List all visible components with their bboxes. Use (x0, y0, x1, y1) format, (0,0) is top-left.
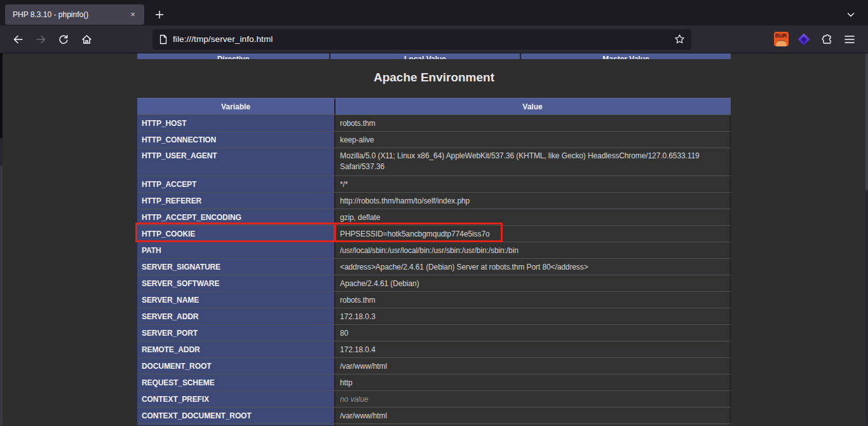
variable-cell: SERVER_NAME (137, 292, 336, 308)
tab-bar: PHP 8.3.10 - phpinfo() × (0, 0, 868, 25)
foxyproxy-extension-button[interactable] (792, 29, 815, 50)
table-row-highlighted: HTTP_COOKIEPHPSESSID=hotk5ancbgmqudtp774… (137, 225, 731, 242)
table-row: HTTP_ACCEPT*/* (137, 175, 731, 192)
variable-cell: HTTP_COOKIE (137, 226, 336, 242)
back-button[interactable] (8, 29, 28, 50)
extensions-button[interactable] (815, 29, 838, 50)
value-cell: <address>Apache/2.4.61 (Debian) Server a… (336, 259, 729, 275)
hamburger-menu-icon (844, 35, 855, 44)
plus-icon (155, 10, 164, 19)
partial-value-cell (336, 424, 729, 425)
variable-cell: PATH (137, 242, 336, 258)
variable-cell: HTTP_ACCEPT_ENCODING (137, 209, 336, 225)
burp-icon: BUR (774, 32, 789, 46)
puzzle-piece-icon (821, 33, 833, 45)
burp-icon-label: BUR (775, 32, 787, 46)
value-cell: /usr/local/sbin:/usr/local/bin:/usr/sbin… (336, 242, 729, 258)
partial-header-cell: Local Value (330, 53, 520, 59)
menu-button[interactable] (838, 29, 861, 50)
table-row: SERVER_SOFTWAREApache/2.4.61 (Debian) (137, 275, 731, 291)
value-cell: /var/www/html (336, 358, 729, 374)
bookmark-star-icon[interactable] (674, 34, 685, 45)
url-text[interactable]: file:///tmp/server_info.html (173, 34, 674, 44)
value-cell: Apache/2.4.61 (Debian) (336, 275, 729, 291)
partial-variable-cell (137, 424, 336, 425)
partial-core-table-header: DirectiveLocal ValueMaster Value (137, 53, 731, 59)
value-cell: /var/www/html (336, 408, 729, 423)
section-title: Apache Environment (137, 69, 731, 86)
value-cell: 172.18.0.4 (336, 341, 729, 357)
table-row: SERVER_PORT80 (137, 324, 731, 341)
scrollbar-thumb[interactable] (865, 53, 868, 190)
value-cell: keep-alive (336, 132, 729, 148)
apache-environment-table: Variable Value HTTP_HOSTrobots.thmHTTP_C… (137, 98, 731, 425)
variable-cell: SERVER_ADDR (137, 308, 336, 324)
new-tab-button[interactable] (151, 6, 168, 24)
variable-cell: HTTP_HOST (137, 115, 336, 131)
table-row: CONTEXT_PREFIXno value (137, 390, 731, 407)
reload-icon (58, 34, 69, 45)
variable-cell: HTTP_REFERER (137, 193, 336, 209)
navigation-toolbar: file:///tmp/server_info.html BUR (0, 25, 868, 53)
page-content: DirectiveLocal ValueMaster Value Apache … (0, 53, 868, 425)
table-row: REMOTE_ADDR172.18.0.4 (137, 341, 731, 357)
variable-cell: DOCUMENT_ROOT (137, 358, 336, 374)
value-cell: 172.18.0.3 (336, 308, 729, 324)
value-cell: http://robots.thm/harm/to/self/index.php (336, 193, 729, 209)
variable-cell: SERVER_SOFTWARE (137, 275, 336, 291)
variable-cell: CONTEXT_DOCUMENT_ROOT (137, 408, 336, 423)
variable-cell: HTTP_CONNECTION (137, 132, 336, 148)
variable-cell: CONTEXT_PREFIX (137, 391, 336, 407)
table-row: HTTP_HOSTrobots.thm (137, 114, 731, 131)
value-cell: */* (336, 176, 729, 192)
reload-button[interactable] (53, 29, 74, 50)
apache-table-body: HTTP_HOSTrobots.thmHTTP_CONNECTIONkeep-a… (137, 114, 731, 423)
partial-next-row (137, 423, 731, 425)
value-cell: Mozilla/5.0 (X11; Linux x86_64) AppleWeb… (336, 148, 729, 175)
table-header-row: Variable Value (137, 98, 731, 114)
variable-cell: REMOTE_ADDR (137, 341, 336, 357)
url-bar[interactable]: file:///tmp/server_info.html (153, 29, 691, 50)
variable-cell: HTTP_USER_AGENT (137, 148, 336, 175)
partial-header-cell: Directive (137, 53, 329, 59)
right-edge-scrollbar[interactable] (865, 53, 868, 425)
list-all-tabs-button[interactable] (843, 6, 859, 23)
table-row: HTTP_ACCEPT_ENCODINGgzip, deflate (137, 209, 731, 225)
chevron-down-icon (846, 10, 855, 19)
browser-tab[interactable]: PHP 8.3.10 - phpinfo() × (5, 4, 144, 25)
variable-cell: REQUEST_SCHEME (137, 374, 336, 390)
value-cell: no value (336, 391, 729, 407)
page-icon (159, 34, 168, 45)
value-cell: robots.thm (336, 292, 729, 308)
tab-close-icon[interactable]: × (126, 8, 139, 21)
table-row: SERVER_ADDR172.18.0.3 (137, 308, 731, 324)
value-cell: robots.thm (336, 115, 729, 131)
table-row: CONTEXT_DOCUMENT_ROOT/var/www/html (137, 407, 731, 423)
table-row: SERVER_NAMErobots.thm (137, 291, 731, 308)
home-button[interactable] (76, 29, 97, 50)
forward-arrow-icon (36, 34, 46, 45)
left-edge-scrollbar[interactable] (0, 53, 3, 425)
table-row: HTTP_USER_AGENTMozilla/5.0 (X11; Linux x… (137, 148, 731, 175)
tab-title: PHP 8.3.10 - phpinfo() (13, 10, 126, 19)
table-row: PATH/usr/local/sbin:/usr/local/bin:/usr/… (137, 242, 731, 258)
table-row: REQUEST_SCHEMEhttp (137, 374, 731, 390)
table-row: DOCUMENT_ROOT/var/www/html (137, 357, 731, 374)
table-row: SERVER_SIGNATURE<address>Apache/2.4.61 (… (137, 258, 731, 275)
back-arrow-icon (13, 34, 24, 45)
burp-extension-button[interactable]: BUR (770, 29, 792, 50)
forward-button[interactable] (31, 29, 51, 50)
value-cell: 80 (336, 325, 729, 341)
column-header-variable: Variable (137, 99, 336, 114)
extension-buttons: BUR (770, 29, 861, 50)
column-header-value: Value (336, 99, 729, 114)
partial-header-cell: Master Value (521, 53, 731, 59)
value-cell: PHPSESSID=hotk5ancbgmqudtp774e5iss7o (336, 226, 729, 242)
table-row: HTTP_REFERERhttp://robots.thm/harm/to/se… (137, 192, 731, 209)
variable-cell: SERVER_PORT (137, 325, 336, 341)
value-cell: http (336, 374, 729, 390)
table-row: HTTP_CONNECTIONkeep-alive (137, 131, 731, 148)
phpinfo-page: DirectiveLocal ValueMaster Value Apache … (137, 53, 731, 425)
variable-cell: HTTP_ACCEPT (137, 176, 336, 192)
variable-cell: SERVER_SIGNATURE (137, 259, 336, 275)
